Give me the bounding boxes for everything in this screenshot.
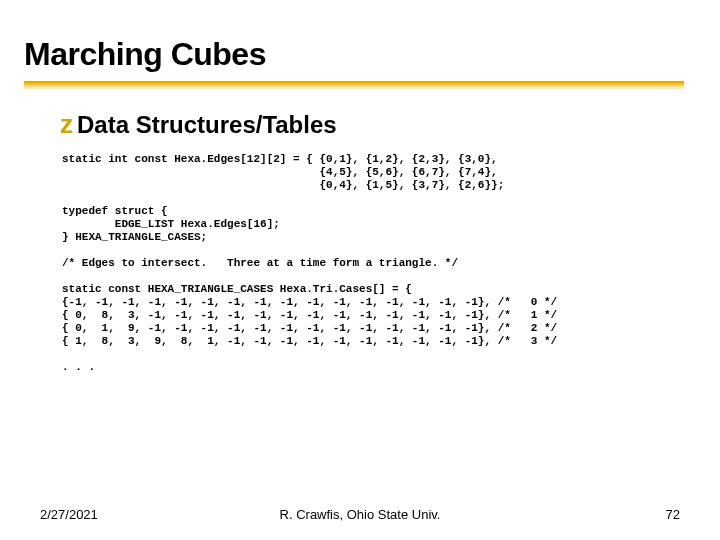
footer-date: 2/27/2021	[40, 507, 98, 522]
bullet-z-icon: z	[60, 111, 73, 137]
bullet-text: Data Structures/Tables	[77, 111, 337, 139]
code-block: static int const Hexa.Edges[12][2] = { {…	[60, 153, 720, 373]
footer-page-number: 72	[666, 507, 680, 522]
footer-center: R. Crawfis, Ohio State Univ.	[280, 507, 441, 522]
footer: 2/27/2021 R. Crawfis, Ohio State Univ. 7…	[0, 507, 720, 522]
bullet-item: z Data Structures/Tables	[60, 111, 720, 139]
slide-title: Marching Cubes	[24, 36, 720, 73]
title-underline	[24, 81, 684, 91]
